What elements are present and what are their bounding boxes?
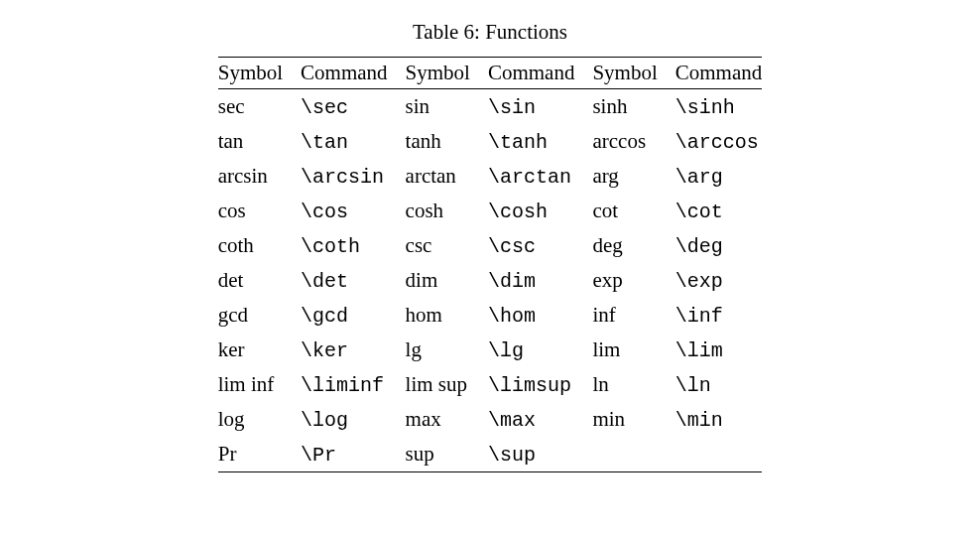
table-row: det \det dim \dim exp \exp xyxy=(218,263,763,298)
command-cell: \deg xyxy=(675,228,763,263)
symbol-cell: det xyxy=(218,263,301,298)
table-caption: Table 6: Functions xyxy=(413,20,567,45)
header-symbol-1: Symbol xyxy=(218,58,301,89)
symbol-cell: sinh xyxy=(592,89,674,125)
command-cell: \cos xyxy=(301,194,406,228)
command-cell: \arcsin xyxy=(301,159,406,194)
table-header-row: Symbol Command Symbol Command Symbol Com… xyxy=(218,58,763,89)
table-row: cos \cos cosh \cosh cot \cot xyxy=(218,194,763,228)
command-cell: \sin xyxy=(488,89,593,125)
command-cell: \tanh xyxy=(488,124,593,159)
symbol-cell: arg xyxy=(592,159,674,194)
symbol-cell: cot xyxy=(592,194,674,228)
command-cell: \det xyxy=(301,263,406,298)
command-cell: \max xyxy=(488,402,593,437)
symbol-cell: gcd xyxy=(218,298,301,333)
symbol-cell: cosh xyxy=(406,194,488,228)
symbol-cell: deg xyxy=(592,228,674,263)
command-cell: \log xyxy=(301,402,406,437)
command-cell: \tan xyxy=(301,124,406,159)
symbol-cell: cos xyxy=(218,194,301,228)
command-cell: \ln xyxy=(675,367,763,402)
symbol-cell: coth xyxy=(218,228,301,263)
command-cell: \liminf xyxy=(301,367,406,402)
command-cell: \limsup xyxy=(488,367,593,402)
command-cell: \exp xyxy=(675,263,763,298)
symbol-cell: ln xyxy=(592,367,674,402)
table-wrapper: Symbol Command Symbol Command Symbol Com… xyxy=(218,57,763,472)
command-cell: \sinh xyxy=(675,89,763,125)
symbol-cell: exp xyxy=(592,263,674,298)
command-cell: \cot xyxy=(675,194,763,228)
symbol-cell: sec xyxy=(218,89,301,125)
command-cell: \cosh xyxy=(488,194,593,228)
command-cell: \dim xyxy=(488,263,593,298)
command-cell: \ker xyxy=(301,333,406,367)
symbol-cell: lg xyxy=(406,333,488,367)
symbol-cell: sin xyxy=(406,89,488,125)
table-body: sec \sec sin \sin sinh \sinh tan \tan ta… xyxy=(218,89,763,472)
table-row: lim inf \liminf lim sup \limsup ln \ln xyxy=(218,367,763,402)
symbol-cell: arcsin xyxy=(218,159,301,194)
command-cell: \sup xyxy=(488,437,593,472)
command-cell: \arccos xyxy=(675,124,763,159)
symbol-cell: tan xyxy=(218,124,301,159)
symbol-cell: lim sup xyxy=(406,367,488,402)
symbol-cell: csc xyxy=(406,228,488,263)
command-cell: \hom xyxy=(488,298,593,333)
symbol-cell: hom xyxy=(406,298,488,333)
command-cell: \gcd xyxy=(301,298,406,333)
symbol-cell: sup xyxy=(406,437,488,472)
table-row: gcd \gcd hom \hom inf \inf xyxy=(218,298,763,333)
table-row: ker \ker lg \lg lim \lim xyxy=(218,333,763,367)
command-cell: \csc xyxy=(488,228,593,263)
command-cell: \inf xyxy=(675,298,763,333)
header-command-2: Command xyxy=(488,58,593,89)
header-symbol-2: Symbol xyxy=(406,58,488,89)
command-cell: \arg xyxy=(675,159,763,194)
command-cell: \lg xyxy=(488,333,593,367)
symbol-cell: ker xyxy=(218,333,301,367)
command-cell: \arctan xyxy=(488,159,593,194)
command-cell: \lim xyxy=(675,333,763,367)
command-cell: \Pr xyxy=(301,437,406,472)
symbol-cell: Pr xyxy=(218,437,301,472)
command-cell: \min xyxy=(675,402,763,437)
symbol-cell: lim xyxy=(592,333,674,367)
table-row: log \log max \max min \min xyxy=(218,402,763,437)
table-row: arcsin \arcsin arctan \arctan arg \arg xyxy=(218,159,763,194)
header-symbol-3: Symbol xyxy=(592,58,674,89)
table-row: Pr \Pr sup \sup xyxy=(218,437,763,472)
table-row: coth \coth csc \csc deg \deg xyxy=(218,228,763,263)
symbol-cell: max xyxy=(406,402,488,437)
command-cell: \coth xyxy=(301,228,406,263)
functions-table: Symbol Command Symbol Command Symbol Com… xyxy=(218,57,763,472)
command-cell xyxy=(675,437,763,472)
symbol-cell: lim inf xyxy=(218,367,301,402)
header-command-3: Command xyxy=(675,58,763,89)
table-row: sec \sec sin \sin sinh \sinh xyxy=(218,89,763,125)
symbol-cell: arctan xyxy=(406,159,488,194)
symbol-cell: log xyxy=(218,402,301,437)
command-cell: \sec xyxy=(301,89,406,125)
symbol-cell: inf xyxy=(592,298,674,333)
symbol-cell: dim xyxy=(406,263,488,298)
symbol-cell: min xyxy=(592,402,674,437)
symbol-cell: arccos xyxy=(592,124,674,159)
symbol-cell xyxy=(592,437,674,472)
symbol-cell: tanh xyxy=(406,124,488,159)
header-command-1: Command xyxy=(301,58,406,89)
table-row: tan \tan tanh \tanh arccos \arccos xyxy=(218,124,763,159)
